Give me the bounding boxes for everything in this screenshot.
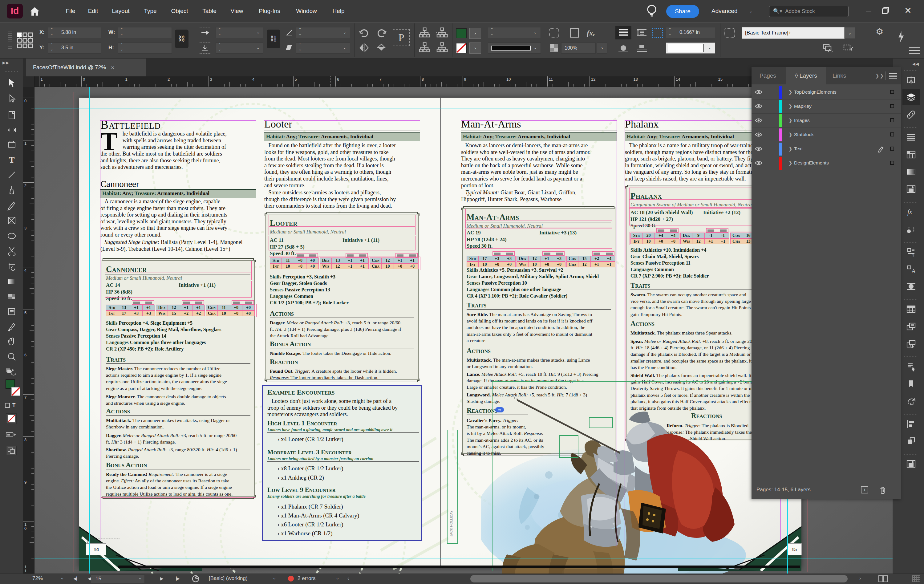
svg-text:¶: ¶ <box>912 252 914 257</box>
svg-text:T: T <box>9 155 15 165</box>
svg-text:fx: fx <box>908 208 912 216</box>
svg-text:A: A <box>911 268 916 274</box>
